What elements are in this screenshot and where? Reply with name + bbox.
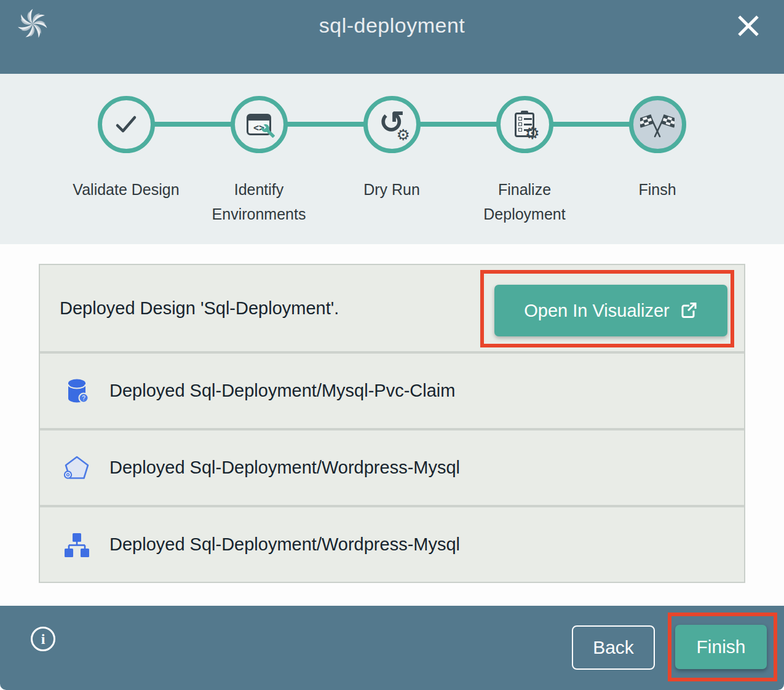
info-icon[interactable]: i [31, 627, 55, 651]
step-circle: ⚙ [496, 96, 553, 153]
dialog-title: sql-deployment [0, 14, 784, 38]
database-icon: ? [63, 377, 91, 405]
clipboard-gear-icon: ⚙ [509, 108, 540, 140]
highlight-box-visualizer: Open In Visualizer [480, 270, 734, 347]
step-identify-environments: <> Identify Environments [192, 74, 325, 244]
step-label: Finalize Deployment [469, 177, 580, 226]
close-button[interactable] [732, 10, 764, 42]
step-label: Validate Design [71, 177, 181, 202]
step-label: Dry Run [336, 177, 447, 202]
results-list: Deployed Design 'Sql-Deployment'. Open I… [39, 264, 745, 583]
step-circle: ↺ ⚙ [363, 96, 421, 153]
step-circle: <> [231, 96, 288, 153]
close-icon [732, 10, 764, 42]
external-link-icon [679, 301, 698, 320]
dialog-header: sql-deployment [0, 0, 784, 74]
highlight-box-finish: Finish [668, 613, 777, 681]
step-validate-design: Validate Design [60, 74, 192, 244]
check-icon [110, 108, 142, 140]
step-label: Finsh [602, 177, 713, 202]
deployed-item-row: ? Deployed Sql-Deployment/Mysql-Pvc-Clai… [40, 354, 744, 428]
dialog-footer: i Back Finish [0, 606, 784, 690]
deployed-item-row: Deployed Sql-Deployment/Wordpress-Mysql [40, 507, 744, 582]
deployed-item-row: Deployed Sql-Deployment/Wordpress-Mysql [40, 430, 744, 505]
hierarchy-icon [63, 531, 91, 559]
deployed-item-text: Deployed Sql-Deployment/Wordpress-Mysql [109, 458, 460, 478]
back-button[interactable]: Back [572, 625, 655, 670]
finish-button[interactable]: Finish [675, 625, 767, 669]
sync-gear-icon: ↺ ⚙ [376, 108, 408, 140]
step-circle [98, 96, 155, 153]
open-in-visualizer-label: Open In Visualizer [524, 301, 669, 321]
deployed-item-text: Deployed Sql-Deployment/Mysql-Pvc-Claim [109, 381, 455, 401]
info-glyph: i [41, 631, 46, 647]
code-wrench-icon: <> [243, 108, 275, 140]
checkered-flags-icon [640, 107, 675, 141]
wrench-icon [261, 124, 275, 138]
deployed-design-row: Deployed Design 'Sql-Deployment'. Open I… [40, 265, 744, 351]
wizard-stepper: Validate Design <> Identify [0, 74, 784, 244]
svg-text:?: ? [82, 394, 85, 401]
step-finalize-deployment: ⚙ Finalize Deployment [458, 74, 591, 244]
deployment-wizard-dialog: sql-deployment Validate Design [0, 0, 784, 690]
deployed-item-text: Deployed Sql-Deployment/Wordpress-Mysql [109, 534, 460, 555]
step-finish: Finsh [591, 74, 724, 244]
pentagon-icon [63, 454, 91, 482]
step-dry-run: ↺ ⚙ Dry Run [325, 74, 458, 244]
open-in-visualizer-button[interactable]: Open In Visualizer [494, 285, 727, 336]
step-label: Identify Environments [204, 177, 314, 226]
results-area: Deployed Design 'Sql-Deployment'. Open I… [0, 244, 784, 606]
deployed-design-message: Deployed Design 'Sql-Deployment'. [60, 265, 339, 351]
step-circle-active [629, 96, 686, 153]
